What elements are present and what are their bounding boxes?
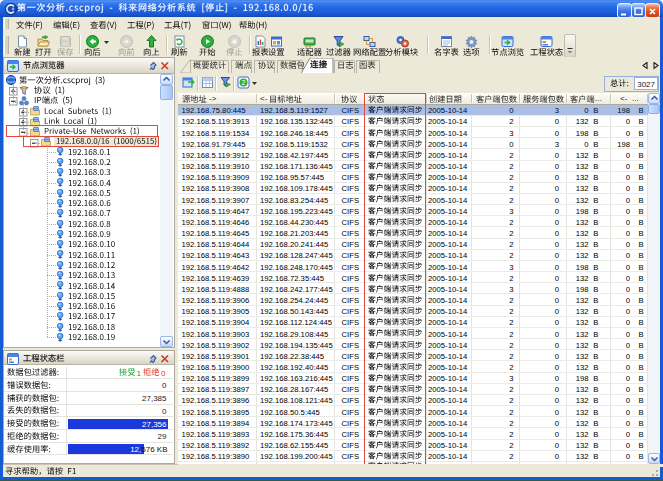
svg-text:2: 2 — [241, 79, 245, 86]
